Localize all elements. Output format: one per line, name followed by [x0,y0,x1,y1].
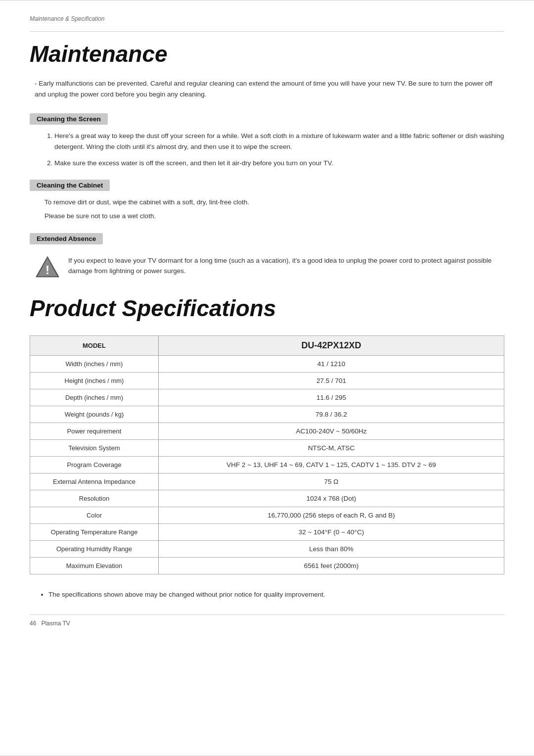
page-number: 46 [30,620,36,627]
list-item: Here's a great way to keep the dust off … [54,131,504,153]
table-row: External Antenna Impedance75 Ω [30,473,504,490]
spec-value: AC100-240V ~ 50/60Hz [159,423,504,439]
spec-label: Resolution [30,490,159,507]
extended-absence-header: Extended Absence [30,233,103,244]
cleaning-screen-header: Cleaning the Screen [30,113,108,125]
cabinet-text-1: To remove dirt or dust, wipe the cabinet… [44,197,504,208]
extended-absence-section: Extended Absence ! If you expect to leav… [30,233,504,280]
svg-text:!: ! [45,263,49,276]
spec-value: VHF 2 ~ 13, UHF 14 ~ 69, CATV 1 ~ 125, C… [159,456,504,473]
spec-value: 75 Ω [159,473,504,490]
table-row: Resolution1024 x 768 (Dot) [30,490,504,507]
maintenance-title: Maintenance [30,41,504,67]
table-row: Operating Temperature Range32 ~ 104°F (0… [30,523,504,540]
cleaning-screen-list: Here's a great way to keep the dust off … [44,131,504,169]
top-divider [30,31,504,32]
col-model-header: MODEL [30,335,159,355]
cleaning-cabinet-content: To remove dirt or dust, wipe the cabinet… [30,197,504,222]
spec-value: 27.5 / 701 [159,372,504,389]
warning-icon: ! [35,254,60,280]
warning-text: If you expect to leave your TV dormant f… [68,253,504,277]
footnote-item: The specifications shown above may be ch… [48,589,504,600]
footnote-block: The specifications shown above may be ch… [30,589,504,600]
table-row: Operating Humidity RangeLess than 80% [30,540,504,557]
page-footer: 46 Plasma TV [30,614,504,627]
warning-block: ! If you expect to leave your TV dormant… [30,253,504,280]
product-name: Plasma TV [41,620,70,627]
specs-table-body: Width (inches / mm)41 / 1210Height (inch… [30,355,504,574]
spec-label: Operating Temperature Range [30,523,159,540]
spec-value: 79.8 / 36.2 [159,406,504,423]
cabinet-text-2: Please be sure not to use a wet cloth. [44,211,504,222]
spec-value: Less than 80% [159,540,504,557]
spec-value: NTSC-M, ATSC [159,439,504,456]
specifications-table: MODEL DU-42PX12XD Width (inches / mm)41 … [30,335,504,574]
spec-label: Power requirement [30,423,159,439]
table-header-row: MODEL DU-42PX12XD [30,335,504,355]
spec-value: 32 ~ 104°F (0 ~ 40°C) [159,523,504,540]
footnote-list: The specifications shown above may be ch… [40,589,504,600]
cleaning-cabinet-section: Cleaning the Cabinet To remove dirt or d… [30,180,504,222]
cleaning-screen-content: Here's a great way to keep the dust off … [30,131,504,169]
table-row: Television SystemNTSC-M, ATSC [30,439,504,456]
breadcrumb: Maintenance & Specification [30,15,504,22]
table-row: Color16,770,000 (256 steps of each R, G … [30,507,504,523]
spec-value: 1024 x 768 (Dot) [159,490,504,507]
spec-label: Weight (pounds / kg) [30,406,159,423]
spec-label: Color [30,507,159,523]
table-row: Power requirementAC100-240V ~ 50/60Hz [30,423,504,439]
cleaning-cabinet-header: Cleaning the Cabinet [30,180,110,191]
spec-label: Maximum Elevation [30,557,159,574]
maintenance-intro: - Early malfunctions can be prevented. C… [30,78,504,99]
specifications-title: Product Specifications [30,295,504,322]
spec-value: 6561 feet (2000m) [159,557,504,574]
spec-value: 11.6 / 295 [159,389,504,406]
spec-label: Width (inches / mm) [30,355,159,372]
spec-label: Height (inches / mm) [30,372,159,389]
spec-value: 41 / 1210 [159,355,504,372]
list-item: Make sure the excess water is off the sc… [54,158,504,169]
table-row: Maximum Elevation6561 feet (2000m) [30,557,504,574]
table-row: Weight (pounds / kg)79.8 / 36.2 [30,406,504,423]
table-row: Program CoverageVHF 2 ~ 13, UHF 14 ~ 69,… [30,456,504,473]
spec-label: Program Coverage [30,456,159,473]
table-row: Depth (inches / mm)11.6 / 295 [30,389,504,406]
table-row: Height (inches / mm)27.5 / 701 [30,372,504,389]
spec-label: Operating Humidity Range [30,540,159,557]
spec-label: External Antenna Impedance [30,473,159,490]
spec-label: Television System [30,439,159,456]
col-value-header: DU-42PX12XD [159,335,504,355]
cleaning-screen-section: Cleaning the Screen Here's a great way t… [30,113,504,169]
table-row: Width (inches / mm)41 / 1210 [30,355,504,372]
spec-value: 16,770,000 (256 steps of each R, G and B… [159,507,504,523]
spec-label: Depth (inches / mm) [30,389,159,406]
